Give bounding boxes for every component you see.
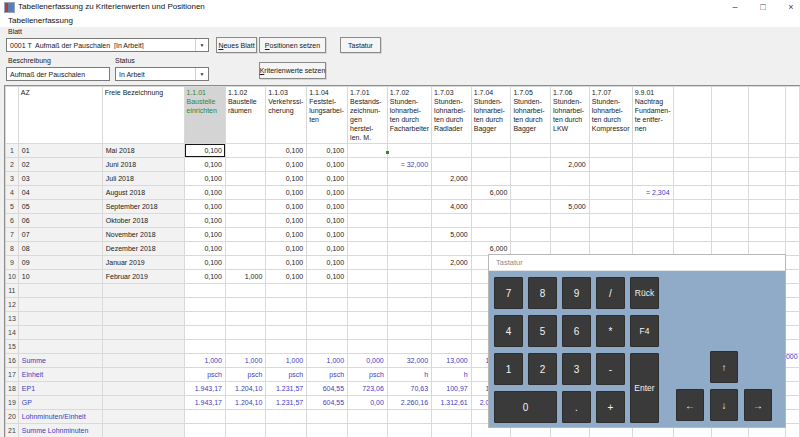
cell-c2[interactable] bbox=[225, 256, 265, 270]
key-4[interactable]: 4 bbox=[494, 315, 523, 347]
cell-c5[interactable] bbox=[348, 214, 388, 228]
cell-c2[interactable] bbox=[225, 172, 265, 186]
cell-c5[interactable] bbox=[348, 200, 388, 214]
row-number[interactable]: 7 bbox=[6, 228, 19, 242]
cell-az[interactable] bbox=[18, 326, 102, 340]
cell-c7[interactable] bbox=[432, 326, 472, 340]
cell-c6[interactable] bbox=[387, 340, 431, 354]
cell-bezeichnung[interactable]: Januar 2019 bbox=[102, 256, 184, 270]
cell-c6[interactable] bbox=[387, 410, 431, 424]
cell-az[interactable] bbox=[18, 284, 102, 298]
cell-c10[interactable] bbox=[551, 172, 590, 186]
cell-c2[interactable] bbox=[225, 214, 265, 228]
cell-c3[interactable]: 0,100 bbox=[266, 214, 307, 228]
cell-c1[interactable]: 0,100 bbox=[184, 228, 225, 242]
cell-e1[interactable] bbox=[673, 186, 711, 200]
cell-e4[interactable] bbox=[785, 326, 799, 340]
cell-c7[interactable]: 1.312,61 bbox=[432, 396, 472, 410]
cell-e1[interactable] bbox=[673, 200, 711, 214]
cell-c7[interactable]: h bbox=[432, 368, 472, 382]
cell-c5[interactable] bbox=[348, 424, 388, 437]
row-number[interactable]: 4 bbox=[6, 186, 19, 200]
cell-c6[interactable]: h bbox=[387, 368, 431, 382]
row-number[interactable]: 15 bbox=[6, 340, 19, 354]
key-period[interactable]: . bbox=[562, 391, 591, 423]
row-number[interactable]: 10 bbox=[6, 270, 19, 284]
cell-c4[interactable]: psch bbox=[307, 368, 348, 382]
chevron-down-icon[interactable]: ▼ bbox=[195, 68, 208, 80]
cell-c7[interactable] bbox=[432, 214, 472, 228]
cell-c12[interactable] bbox=[632, 200, 673, 214]
cell-bezeichnung[interactable] bbox=[102, 354, 184, 368]
cell-c1[interactable]: 0,100 bbox=[184, 200, 225, 214]
cell-c9[interactable] bbox=[511, 214, 551, 228]
column-header-c6[interactable]: 1.7.02 Stunden- lohnarbei- ten durch Fac… bbox=[387, 87, 431, 144]
cell-c5[interactable] bbox=[348, 326, 388, 340]
cell-az[interactable]: 03 bbox=[18, 172, 102, 186]
row-number[interactable]: 16 bbox=[6, 354, 19, 368]
cell-e3[interactable] bbox=[748, 144, 785, 158]
key-enter[interactable]: Enter bbox=[630, 353, 659, 423]
cell-c8[interactable] bbox=[471, 200, 511, 214]
key-5[interactable]: 5 bbox=[528, 315, 557, 347]
beschreibung-field[interactable]: Aufmaß der Pauschalen bbox=[6, 67, 110, 81]
cell-c1[interactable]: 0,100 bbox=[184, 158, 225, 172]
kriterienwerte-setzen-button[interactable]: Kriterienwerte setzen bbox=[259, 62, 326, 79]
cell-c5[interactable] bbox=[348, 172, 388, 186]
cell-c2[interactable] bbox=[225, 242, 265, 256]
cell-c1[interactable]: 0,100 bbox=[184, 172, 225, 186]
row-number[interactable]: 2 bbox=[6, 158, 19, 172]
cell-c7[interactable] bbox=[432, 298, 472, 312]
cell-c3[interactable]: 0,100 bbox=[266, 228, 307, 242]
cell-e1[interactable] bbox=[673, 144, 711, 158]
cell-c1[interactable]: 0,100 bbox=[184, 214, 225, 228]
key-asterisk[interactable]: * bbox=[596, 315, 625, 347]
cell-c7[interactable]: 2,000 bbox=[432, 172, 472, 186]
key-left[interactable]: ← bbox=[676, 389, 704, 421]
cell-c9[interactable] bbox=[511, 200, 551, 214]
row-number[interactable]: 14 bbox=[6, 326, 19, 340]
cell-c3[interactable] bbox=[266, 326, 307, 340]
cell-az[interactable] bbox=[18, 340, 102, 354]
cell-e2[interactable] bbox=[711, 186, 748, 200]
row-number[interactable]: 3 bbox=[6, 172, 19, 186]
cell-bezeichnung[interactable] bbox=[102, 410, 184, 424]
cell-c5[interactable] bbox=[348, 340, 388, 354]
key-8[interactable]: 8 bbox=[528, 277, 557, 309]
tastatur-button[interactable]: Tastatur bbox=[340, 37, 381, 53]
cell-e4[interactable] bbox=[785, 256, 799, 270]
cell-c5[interactable] bbox=[348, 228, 388, 242]
cell-az[interactable] bbox=[18, 298, 102, 312]
cell-c11[interactable] bbox=[589, 172, 632, 186]
cell-c8[interactable] bbox=[471, 158, 511, 172]
cell-c2[interactable] bbox=[225, 284, 265, 298]
cell-c10[interactable] bbox=[551, 186, 590, 200]
cell-c4[interactable]: 604,55 bbox=[307, 396, 348, 410]
cell-c8[interactable] bbox=[471, 214, 511, 228]
cell-c4[interactable]: 0,100 bbox=[307, 228, 348, 242]
cell-c12[interactable] bbox=[632, 172, 673, 186]
key-3[interactable]: 3 bbox=[562, 353, 591, 385]
cell-c12[interactable] bbox=[632, 228, 673, 242]
cell-c2[interactable] bbox=[225, 200, 265, 214]
cell-bezeichnung[interactable] bbox=[102, 396, 184, 410]
cell-e4[interactable] bbox=[785, 284, 799, 298]
column-header-c11[interactable]: 1.7.07 Stunden- lohnarbei- ten durch Kom… bbox=[589, 87, 632, 144]
cell-e4[interactable] bbox=[785, 396, 799, 410]
cell-c2[interactable] bbox=[225, 228, 265, 242]
row-number[interactable]: 12 bbox=[6, 298, 19, 312]
cell-e3[interactable] bbox=[748, 214, 785, 228]
key-minus[interactable]: - bbox=[596, 353, 625, 385]
cell-bezeichnung[interactable]: September 2018 bbox=[102, 200, 184, 214]
cell-c2[interactable]: 1.204,10 bbox=[225, 382, 265, 396]
cell-az[interactable] bbox=[18, 312, 102, 326]
cell-c4[interactable] bbox=[307, 340, 348, 354]
cell-c12[interactable] bbox=[632, 214, 673, 228]
cell-c5[interactable]: 0,00 bbox=[348, 396, 388, 410]
cell-bezeichnung[interactable] bbox=[102, 284, 184, 298]
cell-bezeichnung[interactable] bbox=[102, 424, 184, 437]
row-number[interactable]: 1 bbox=[6, 144, 19, 158]
row-number[interactable]: 11 bbox=[6, 284, 19, 298]
cell-c1[interactable] bbox=[184, 284, 225, 298]
cell-c6[interactable] bbox=[387, 144, 431, 158]
